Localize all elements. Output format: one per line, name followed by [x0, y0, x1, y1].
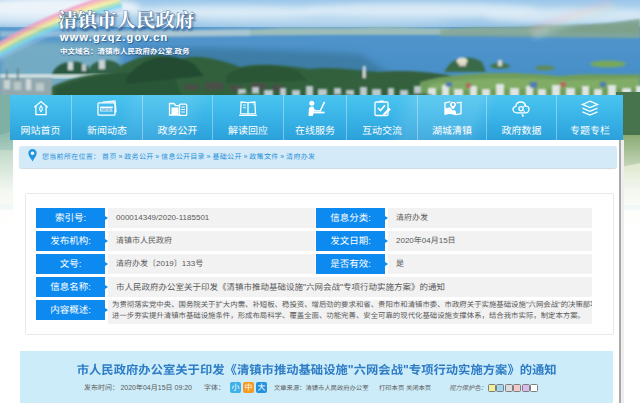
svg-text:NEWS: NEWS	[101, 107, 114, 112]
svg-text:清镇市人民政府: 清镇市人民政府	[58, 10, 195, 31]
svg-text:中文域名：清镇市人民政府办公室.政务: 中文域名：清镇市人民政府办公室.政务	[60, 47, 190, 56]
svg-text:www.gzqz.gov.cn: www.gzqz.gov.cn	[59, 31, 168, 43]
